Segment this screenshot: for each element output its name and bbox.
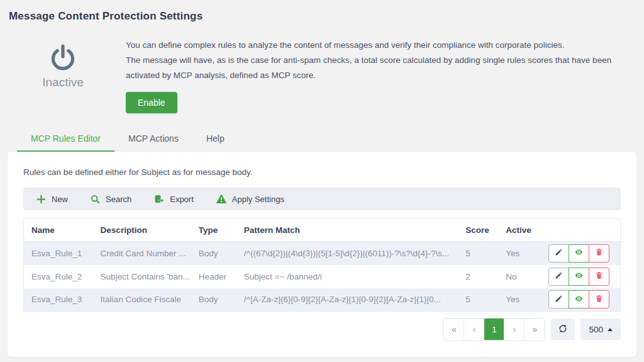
cell-description: Subject Contains 'ban... — [93, 265, 191, 288]
cell-actions — [541, 288, 620, 312]
row-action-group — [548, 290, 609, 308]
view-button[interactable] — [569, 268, 589, 286]
cell-active: Yes — [498, 288, 541, 312]
eye-icon — [574, 271, 584, 282]
refresh-button[interactable] — [551, 319, 575, 340]
delete-button[interactable] — [589, 244, 609, 263]
view-button[interactable] — [569, 290, 589, 308]
pencil-icon — [555, 248, 563, 258]
intro-description: You can define complex rules to analyze … — [126, 38, 625, 83]
cell-name: Esva_Rule_3 — [24, 288, 93, 312]
edit-button[interactable] — [548, 268, 569, 286]
page-title: Message Content Protection Settings — [9, 10, 644, 23]
refresh-icon — [558, 324, 568, 336]
column-header-score: Score — [458, 219, 498, 242]
delete-button[interactable] — [589, 290, 609, 308]
column-header-pattern: Pattern Match — [236, 219, 458, 242]
table-row: Esva_Rule_2 Subject Contains 'ban... Hea… — [24, 265, 621, 288]
row-action-group — [548, 244, 609, 263]
cell-name: Esva_Rule_1 — [24, 242, 93, 265]
cell-actions — [541, 265, 620, 288]
delete-button[interactable] — [589, 268, 609, 286]
export-icon — [154, 194, 164, 204]
rules-note: Rules can be defined either for Subject … — [23, 167, 621, 177]
eye-icon — [574, 294, 584, 305]
enable-button[interactable]: Enable — [126, 92, 177, 113]
search-button-label: Search — [106, 195, 131, 204]
rules-table: Name Description Type Pattern Match Scor… — [23, 218, 621, 312]
apply-settings-label: Apply Settings — [232, 195, 284, 204]
intro-section: Inactive You can define complex rules to… — [0, 38, 644, 113]
apply-settings-button[interactable]: Apply Settings — [216, 194, 284, 204]
column-header-description: Description — [93, 219, 191, 242]
trash-icon — [595, 295, 603, 305]
warning-triangle-icon — [216, 194, 226, 204]
cell-description: Italian Codice Fiscale — [93, 288, 191, 312]
cell-pattern: /^[A-Za-z]{6}[0-9]{2}[A-Za-z]{1}[0-9]{2}… — [236, 288, 458, 312]
intro-line-1: You can define complex rules to analyze … — [126, 38, 625, 53]
cell-score: 2 — [458, 265, 498, 288]
new-button-label: New — [52, 195, 68, 204]
intro-line-2: The message will have, as is the case fo… — [126, 53, 625, 83]
intro-main: You can define complex rules to analyze … — [126, 38, 644, 113]
first-page-button[interactable]: « — [444, 319, 464, 340]
plus-icon — [36, 195, 46, 204]
column-header-actions — [541, 219, 620, 242]
table-row: Esva_Rule_3 Italian Codice Fiscale Body … — [24, 288, 621, 312]
cell-name: Esva_Rule_2 — [24, 265, 93, 288]
pagination-bar: « ‹ 1 › » 500 — [23, 318, 621, 341]
page-size-value: 500 — [589, 325, 603, 334]
last-page-button[interactable]: » — [525, 319, 545, 340]
trash-icon — [595, 271, 603, 281]
pencil-icon — [555, 271, 563, 281]
next-page-button[interactable]: › — [504, 319, 525, 340]
trash-icon — [595, 248, 603, 258]
power-icon — [48, 43, 77, 72]
cell-type: Header — [191, 265, 236, 288]
edit-button[interactable] — [548, 244, 569, 263]
tab-mcp-actions[interactable]: MCP Actions — [114, 128, 192, 152]
export-button-label: Export — [170, 195, 194, 204]
tab-bar: MCP Rules Editor MCP Actions Help — [17, 128, 644, 152]
cell-actions — [541, 242, 620, 265]
mcp-status-block: Inactive — [0, 38, 126, 113]
column-header-name: Name — [24, 219, 93, 242]
edit-button[interactable] — [548, 290, 569, 308]
cell-active: Yes — [498, 242, 541, 265]
eye-icon — [574, 247, 584, 259]
pager-group: « ‹ 1 › » — [443, 318, 545, 341]
cell-pattern: Subject =~ /banned/i — [236, 265, 458, 288]
cell-score: 5 — [458, 242, 498, 265]
tab-mcp-rules-editor[interactable]: MCP Rules Editor — [17, 128, 114, 152]
cell-score: 5 — [458, 288, 498, 312]
new-button[interactable]: New — [36, 195, 68, 204]
table-toolbar: New Search Export — [23, 188, 621, 210]
search-icon — [91, 195, 100, 204]
cell-type: Body — [191, 242, 236, 265]
export-button[interactable]: Export — [154, 194, 194, 204]
cell-description: Credit Card Number ... — [93, 242, 191, 265]
pencil-icon — [555, 295, 563, 305]
tab-help[interactable]: Help — [192, 128, 238, 152]
table-row: Esva_Rule_1 Credit Card Number ... Body … — [24, 242, 621, 265]
row-action-group — [548, 268, 609, 286]
current-page-button[interactable]: 1 — [484, 319, 504, 340]
column-header-active: Active — [498, 219, 541, 242]
search-button[interactable]: Search — [91, 195, 131, 204]
status-label: Inactive — [42, 76, 83, 89]
prev-page-button[interactable]: ‹ — [464, 319, 484, 340]
cell-type: Body — [191, 288, 236, 312]
rules-panel: Rules can be defined either for Subject … — [8, 152, 636, 357]
cell-active: No — [498, 265, 541, 288]
table-header-row: Name Description Type Pattern Match Scor… — [24, 219, 621, 242]
caret-up-icon — [608, 328, 613, 331]
page-size-dropdown[interactable]: 500 — [580, 319, 621, 340]
column-header-type: Type — [191, 219, 236, 242]
cell-pattern: /^((67\d{2})|(4\d{3})|(5[1-5]\d{2})|(601… — [236, 242, 458, 265]
view-button[interactable] — [569, 244, 589, 263]
